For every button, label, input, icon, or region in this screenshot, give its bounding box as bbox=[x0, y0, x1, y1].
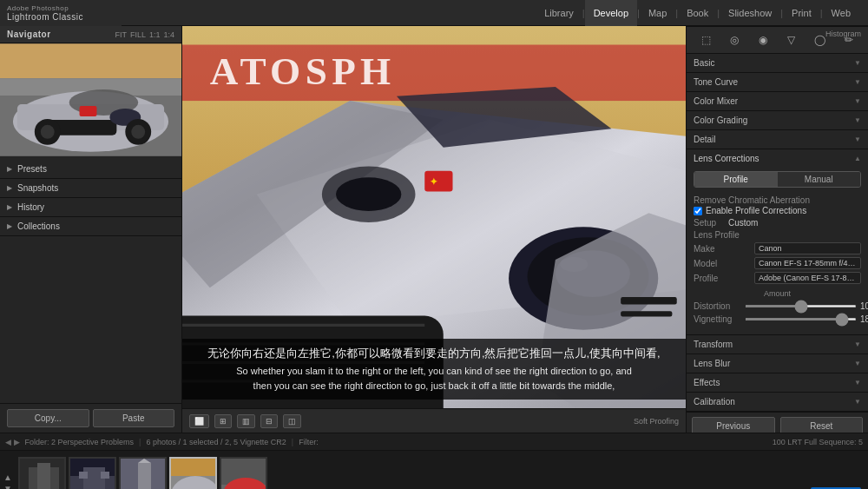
filmstrip-thumb-2[interactable] bbox=[69, 457, 116, 489]
zoom-fill[interactable]: FILL bbox=[130, 30, 146, 39]
nav-library[interactable]: Library bbox=[536, 0, 582, 26]
nav-menu: Library | Develop | Map | Book | Slidesh… bbox=[122, 0, 868, 26]
profile-tab[interactable]: Profile bbox=[694, 172, 778, 187]
tone-curve-section[interactable]: Tone Curve ▼ bbox=[687, 73, 868, 92]
tone-curve-label: Tone Curve bbox=[694, 77, 738, 87]
panel-section-history: ▶ History bbox=[0, 198, 181, 217]
nav-print[interactable]: Print bbox=[783, 0, 820, 26]
distortion-label: Distortion bbox=[694, 301, 741, 311]
profile-row: Profile Adobe (Canon EF-S 17-85mm... bbox=[694, 272, 861, 284]
distortion-row: Distortion 100 bbox=[694, 301, 861, 311]
left-panel-tools: ▶ Presets ▶ Snapshots ▶ History ▶ bbox=[0, 156, 181, 403]
vignetting-slider[interactable] bbox=[745, 318, 857, 320]
previous-button[interactable]: Previous bbox=[692, 417, 775, 433]
view-mode-compare[interactable]: ▥ bbox=[237, 414, 255, 428]
snapshots-header[interactable]: ▶ Snapshots bbox=[0, 179, 181, 197]
effects-section[interactable]: Effects ▼ bbox=[687, 373, 868, 393]
presets-header[interactable]: ▶ Presets bbox=[0, 160, 181, 178]
profile-label: Profile bbox=[694, 274, 754, 283]
transform-section[interactable]: Transform ▼ bbox=[687, 335, 868, 354]
top-bar: Adobe Photoshop Lightroom Classic Librar… bbox=[0, 0, 868, 26]
soft-proofing-label: Soft Proofing bbox=[634, 417, 679, 426]
graduated-filter-tool[interactable]: ▽ bbox=[782, 30, 801, 50]
nav-web[interactable]: Web bbox=[823, 0, 859, 26]
lens-corrections-content: Profile Manual Remove Chromatic Aberrati… bbox=[687, 168, 868, 334]
svg-rect-38 bbox=[621, 311, 672, 316]
lens-blur-label: Lens Blur bbox=[694, 359, 730, 368]
basic-expand: ▼ bbox=[854, 59, 861, 67]
lens-blur-section[interactable]: Lens Blur ▼ bbox=[687, 354, 868, 373]
view-mode-single[interactable]: ⬜ bbox=[189, 414, 209, 428]
histogram-label: Histogram bbox=[825, 30, 861, 38]
history-arrow: ▶ bbox=[7, 203, 14, 211]
nav-develop[interactable]: Develop bbox=[585, 0, 637, 26]
filter-label: Filter: bbox=[299, 438, 319, 446]
collections-arrow: ▶ bbox=[7, 222, 14, 230]
subtitle-chinese: 无论你向右还是向左推它,你都可以略微看到要走的方向,然后把它推回一点儿,使其向中… bbox=[196, 346, 672, 361]
make-value[interactable]: Canon bbox=[754, 242, 861, 254]
svg-rect-13 bbox=[80, 106, 97, 116]
view-mode-grid[interactable]: ⊞ bbox=[214, 414, 232, 428]
left-panel: Navigator FIT FILL 1:1 1:4 bbox=[0, 26, 182, 433]
view-mode-people[interactable]: ◫ bbox=[283, 414, 301, 428]
copy-button[interactable]: Copy... bbox=[7, 409, 89, 427]
color-mixer-section[interactable]: Color Mixer ▼ bbox=[687, 92, 868, 111]
lens-corrections-header[interactable]: Lens Corrections ▲ bbox=[687, 149, 868, 168]
snapshots-arrow: ▶ bbox=[7, 184, 14, 192]
right-panel: Histogram ⬚ ◎ ◉ ▽ ◯ ✏ Basic ▼ Tone Curve… bbox=[686, 26, 868, 433]
nav-arrows[interactable]: ◀ ▶ bbox=[5, 438, 20, 446]
profile-value[interactable]: Adobe (Canon EF-S 17-85mm... bbox=[754, 272, 861, 284]
enable-profile-checkbox[interactable] bbox=[694, 207, 702, 215]
distortion-slider[interactable] bbox=[745, 305, 857, 307]
main-layout: Navigator FIT FILL 1:1 1:4 bbox=[0, 26, 868, 433]
manual-tab[interactable]: Manual bbox=[778, 172, 861, 187]
history-header[interactable]: ▶ History bbox=[0, 198, 181, 216]
center-panel: ATOSPH bbox=[182, 26, 686, 433]
svg-point-12 bbox=[131, 125, 145, 139]
transform-label: Transform bbox=[694, 340, 733, 349]
crop-tool[interactable]: ⬚ bbox=[696, 30, 715, 50]
filmstrip-thumb-5[interactable] bbox=[220, 457, 267, 489]
zoom-fit[interactable]: FIT bbox=[115, 30, 127, 39]
collections-header[interactable]: ▶ Collections bbox=[0, 217, 181, 235]
color-mixer-expand: ▼ bbox=[854, 97, 861, 105]
detail-section[interactable]: Detail ▼ bbox=[687, 130, 868, 149]
history-label: History bbox=[17, 202, 44, 212]
panel-section-presets: ▶ Presets bbox=[0, 160, 181, 179]
presets-arrow: ▶ bbox=[7, 165, 14, 173]
view-mode-survey[interactable]: ⊟ bbox=[260, 414, 278, 428]
svg-point-10 bbox=[41, 125, 55, 139]
calibration-section[interactable]: Calibration ▼ bbox=[687, 393, 868, 412]
photos-info: 6 photos / 1 selected / 2, 5 Vignette CR… bbox=[146, 438, 286, 446]
calibration-expand: ▼ bbox=[854, 398, 861, 406]
spot-removal-tool[interactable]: ◎ bbox=[725, 30, 744, 50]
filmstrip-thumb-4[interactable] bbox=[169, 457, 217, 489]
filmstrip-thumb-1[interactable] bbox=[18, 457, 66, 489]
color-grading-section[interactable]: Color Grading ▼ bbox=[687, 111, 868, 130]
navigator-header: Navigator FIT FILL 1:1 1:4 bbox=[0, 26, 181, 43]
vignetting-value: 184 bbox=[860, 314, 868, 324]
nav-map[interactable]: Map bbox=[640, 0, 675, 26]
navigator-preview bbox=[0, 43, 181, 156]
calibration-label: Calibration bbox=[694, 397, 735, 406]
redeye-tool[interactable]: ◉ bbox=[753, 30, 773, 50]
basic-section[interactable]: Basic ▼ bbox=[687, 54, 868, 73]
model-value[interactable]: Canon EF-S 17-85mm f/4-5.6... bbox=[754, 257, 861, 269]
reset-button[interactable]: Reset bbox=[780, 417, 864, 433]
filmstrip-thumb-3[interactable] bbox=[119, 457, 167, 489]
subtitle-en-line1: So whether you slam it to the right or t… bbox=[236, 366, 632, 376]
svg-text:✦: ✦ bbox=[430, 176, 437, 187]
paste-button[interactable]: Paste bbox=[93, 409, 175, 427]
nav-book[interactable]: Book bbox=[678, 0, 717, 26]
transform-expand: ▼ bbox=[854, 340, 861, 348]
enable-profile-label: Enable Profile Corrections bbox=[706, 206, 806, 215]
lens-blur-expand: ▼ bbox=[854, 360, 861, 367]
amount-section: Amount Distortion 100 Vignetting 184 bbox=[694, 289, 861, 324]
right-bottom-buttons: Previous Reset bbox=[687, 412, 868, 433]
filmstrip-down[interactable]: ▼ bbox=[3, 484, 12, 489]
zoom-1-4[interactable]: 1:4 bbox=[163, 30, 174, 39]
filmstrip-up[interactable]: ▲ bbox=[3, 472, 12, 482]
nav-slideshow[interactable]: Slideshow bbox=[720, 0, 780, 26]
zoom-1-1[interactable]: 1:1 bbox=[149, 30, 161, 39]
effects-expand: ▼ bbox=[854, 379, 861, 387]
